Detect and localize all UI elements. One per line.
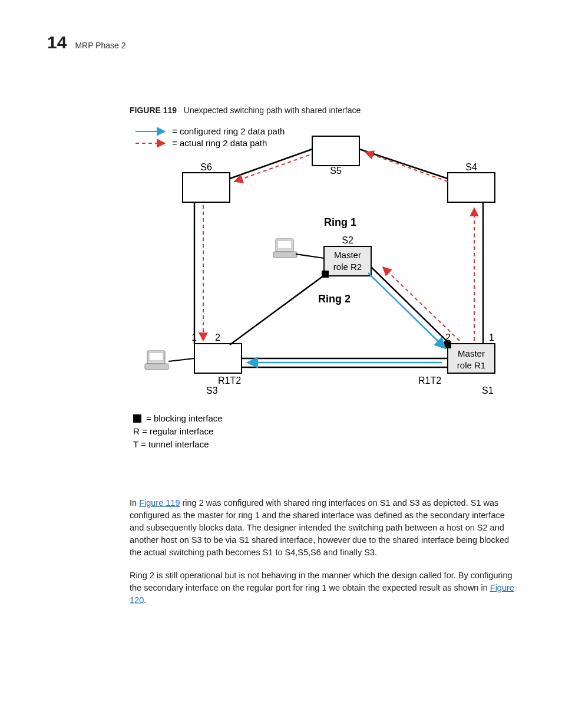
svg-line-20 (371, 267, 451, 345)
figure-119-link[interactable]: Figure 119 (139, 498, 180, 508)
host-icon (145, 351, 168, 370)
paragraph-2: Ring 2 is still operational but is not b… (130, 569, 515, 607)
svg-line-25 (365, 152, 448, 182)
r1t2-right: R1T2 (418, 375, 441, 386)
legend-configured: = configured ring 2 data path (172, 126, 285, 136)
node-s4-label: S4 (465, 162, 477, 172)
legend-block: = blocking interface (146, 413, 223, 423)
svg-rect-30 (277, 241, 292, 249)
svg-line-19 (230, 274, 326, 345)
figure-caption: FIGURE 119 Unexpected switching path wit… (130, 106, 515, 115)
port-s1-2: 2 (445, 332, 451, 342)
svg-text:role R1: role R1 (457, 360, 485, 370)
p2-post: . (144, 595, 146, 605)
svg-rect-37 (133, 414, 141, 423)
legend-bottom: = blocking interface R = regular interfa… (133, 413, 223, 449)
svg-rect-9 (194, 344, 242, 373)
page-number: 14 (47, 32, 67, 52)
figure-title: Unexpected switching path with shared in… (184, 106, 361, 115)
svg-line-32 (296, 254, 324, 258)
svg-text:role R2: role R2 (333, 262, 362, 272)
node-s3-label: S3 (206, 386, 218, 396)
port-s1-1: 1 (489, 332, 494, 342)
svg-line-14 (230, 149, 312, 179)
r1t2-left: R1T2 (218, 375, 241, 386)
legend-top: = configured ring 2 data path = actual r… (135, 126, 285, 148)
port-s3-1: 1 (191, 332, 197, 342)
svg-line-36 (168, 358, 194, 361)
legend-t: T = tunnel interface (133, 439, 209, 449)
svg-rect-35 (145, 364, 168, 370)
svg-line-28 (383, 267, 459, 341)
node-s5-label: S5 (330, 166, 342, 176)
p2-pre: Ring 2 is still operational but is not b… (130, 571, 513, 592)
svg-line-26 (234, 155, 309, 182)
svg-rect-4 (448, 173, 495, 202)
legend-actual: = actual ring 2 data path (172, 138, 267, 148)
svg-rect-31 (273, 252, 297, 258)
diagram: = configured ring 2 data path = actual r… (130, 126, 515, 462)
ring1-label: Ring 1 (324, 216, 356, 228)
svg-rect-2 (312, 136, 359, 166)
svg-text:Master: Master (458, 348, 485, 358)
page: 14 MRP Phase 2 FIGURE 119 Unexpected swi… (0, 0, 562, 653)
ring2-label: Ring 2 (318, 293, 351, 305)
svg-line-15 (359, 149, 448, 179)
node-s2-label: S2 (342, 235, 353, 245)
p1-post: ring 2 was configured with shared ring i… (130, 498, 509, 557)
port-s3-2: 2 (215, 332, 220, 342)
figure-label: FIGURE 119 (130, 106, 177, 115)
host-icon (273, 239, 297, 258)
legend-r: R = regular interface (133, 426, 213, 436)
node-s6-label: S6 (200, 162, 212, 172)
svg-line-22 (368, 273, 445, 348)
section-title: MRP Phase 2 (75, 41, 125, 50)
p1-pre: In (130, 498, 139, 508)
svg-rect-34 (149, 353, 163, 361)
svg-rect-3 (183, 173, 230, 202)
page-header: 14 MRP Phase 2 (47, 32, 515, 52)
paragraph-1: In Figure 119 ring 2 was configured with… (130, 497, 515, 559)
svg-text:Master: Master (334, 250, 361, 260)
node-s1-label: S1 (482, 386, 494, 396)
